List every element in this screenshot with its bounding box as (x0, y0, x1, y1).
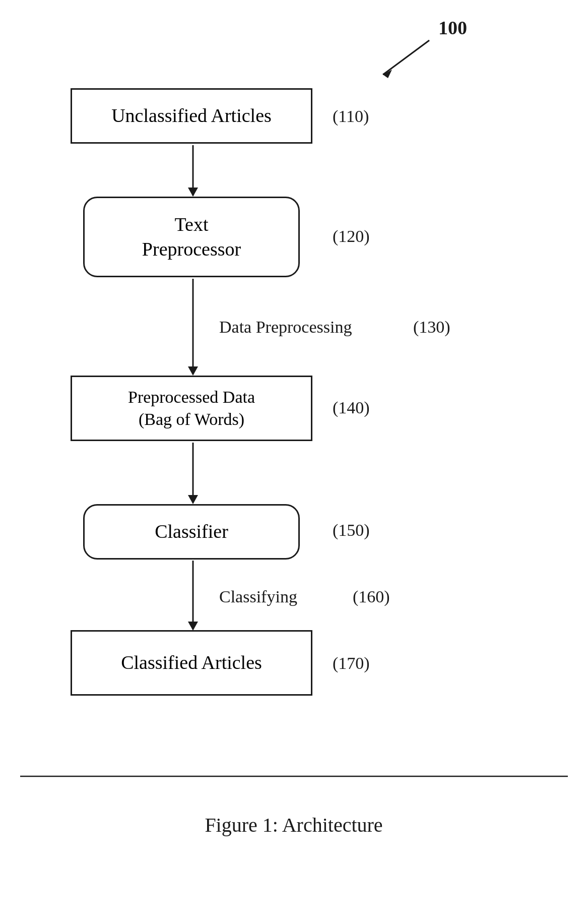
svg-text:(150): (150) (333, 521, 370, 540)
svg-marker-12 (188, 622, 198, 631)
svg-text:Figure 1:  Architecture: Figure 1: Architecture (205, 814, 382, 836)
svg-marker-6 (188, 366, 198, 376)
svg-text:(130): (130) (413, 318, 450, 337)
svg-text:Data Preprocessing: Data Preprocessing (219, 318, 352, 336)
preprocessed-data-label: Preprocessed Data(Bag of Words) (128, 386, 255, 430)
classified-articles-box: Classified Articles (71, 630, 312, 696)
svg-marker-2 (383, 70, 392, 78)
diagram-container: 100 Data Preprocessing (130) Classifying… (0, 0, 588, 924)
classified-articles-label: Classified Articles (121, 651, 262, 674)
text-preprocessor-label: TextPreprocessor (142, 212, 241, 262)
unclassified-articles-label: Unclassified Articles (111, 104, 272, 128)
svg-text:(110): (110) (333, 107, 369, 126)
svg-text:(170): (170) (333, 654, 370, 673)
svg-marker-10 (188, 495, 198, 504)
text-preprocessor-box: TextPreprocessor (83, 197, 300, 277)
svg-text:(140): (140) (333, 398, 370, 417)
preprocessed-data-box: Preprocessed Data(Bag of Words) (71, 376, 312, 441)
svg-text:Classifying: Classifying (219, 587, 297, 606)
svg-text:(120): (120) (333, 227, 370, 246)
svg-text:(160): (160) (353, 587, 390, 606)
svg-marker-4 (188, 188, 198, 197)
unclassified-articles-box: Unclassified Articles (71, 88, 312, 144)
svg-text:100: 100 (438, 17, 467, 38)
svg-line-1 (383, 40, 429, 75)
classifier-box: Classifier (83, 504, 300, 560)
classifier-label: Classifier (155, 520, 228, 543)
